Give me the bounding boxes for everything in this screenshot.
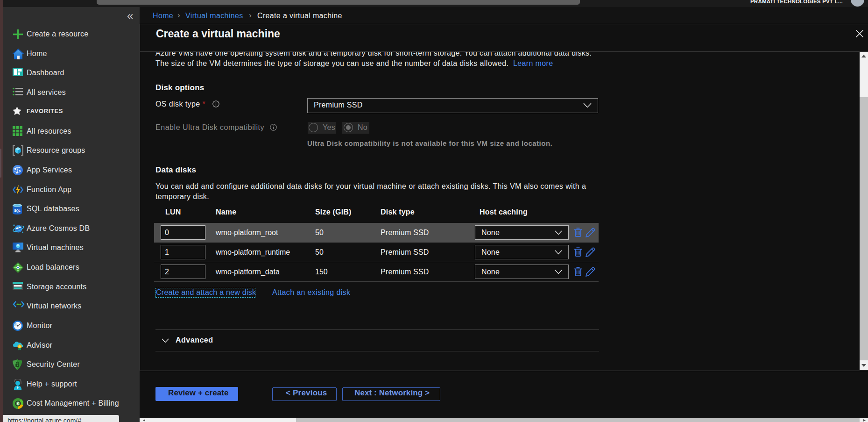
svg-text:SQL: SQL: [14, 209, 20, 213]
svg-text:$: $: [17, 401, 19, 406]
